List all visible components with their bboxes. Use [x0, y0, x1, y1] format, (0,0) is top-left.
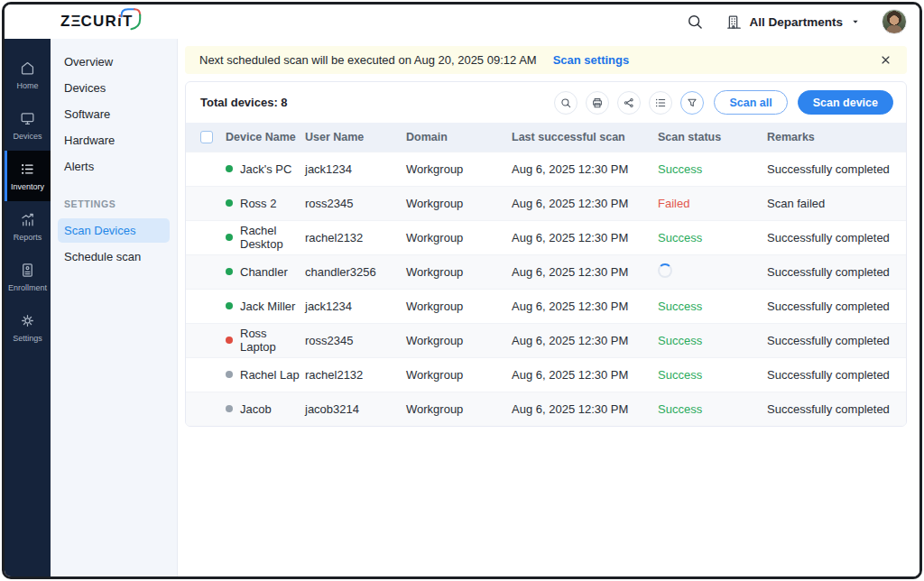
last-scan-cell: Aug 6, 2025 12:30 PM [512, 323, 658, 357]
user-name-cell: jack1234 [305, 289, 406, 323]
sidebar-item-label: Inventory [11, 182, 44, 191]
sidebar-item-label: Reports [14, 233, 42, 242]
scan-status-cell: Success [658, 152, 767, 186]
table-header-row: Device NameUser NameDomainLast successfu… [186, 123, 906, 152]
device-status-dot [226, 337, 233, 344]
user-name-cell: jacob3214 [305, 392, 406, 426]
device-name-cell: Jacob [226, 392, 305, 426]
sidebar-item-enrollment[interactable]: Enrollment [5, 252, 51, 302]
subnav-section-header: SETTINGS [51, 180, 177, 217]
sidebar-item-reports[interactable]: Reports [5, 201, 51, 252]
sidebar-item-settings[interactable]: Settings [5, 302, 51, 353]
select-all-checkbox[interactable] [200, 131, 213, 143]
device-name-cell: Rachel Desktop [226, 220, 305, 254]
last-scan-cell: Aug 6, 2025 12:30 PM [512, 220, 658, 254]
device-name-cell: Ross Laptop [226, 323, 305, 357]
scan-all-button[interactable]: Scan all [714, 90, 787, 115]
logo-text: Z [60, 13, 71, 31]
department-selector[interactable]: All Departments [725, 14, 862, 31]
search-icon[interactable] [686, 13, 704, 31]
list-view-icon[interactable] [649, 91, 672, 115]
scan-status-cell: Failed [658, 186, 767, 220]
scan-status-cell: Success [658, 392, 767, 426]
table-row[interactable]: Jack's PCjack1234WorkgroupAug 6, 2025 12… [186, 152, 906, 186]
caret-down-icon [849, 15, 862, 28]
device-name-cell: Ross 2 [226, 186, 305, 220]
subnav-item-software[interactable]: Software [58, 102, 170, 126]
user-avatar[interactable] [882, 9, 907, 34]
primary-sidebar: HomeDevicesInventoryReportsEnrollmentSet… [5, 39, 51, 576]
scheduled-scan-banner: Next scheduled scan will be executed on … [185, 46, 907, 74]
subnav-item-alerts[interactable]: Alerts [58, 154, 170, 179]
row-select-cell [186, 392, 226, 426]
scan-status-text: Success [658, 300, 702, 313]
domain-cell: Workgroup [406, 254, 512, 289]
table-row[interactable]: Ross 2ross2345WorkgroupAug 6, 2025 12:30… [186, 186, 906, 220]
sidebar-item-home[interactable]: Home [5, 50, 51, 100]
secondary-sidebar: OverviewDevicesSoftwareHardwareAlertsSET… [51, 39, 178, 576]
subnav-item-hardware[interactable]: Hardware [58, 128, 170, 152]
table-row[interactable]: Jack Millerjack1234WorkgroupAug 6, 2025 … [186, 289, 906, 323]
table-row[interactable]: Jacobjacob3214WorkgroupAug 6, 2025 12:30… [186, 392, 906, 426]
last-scan-cell: Aug 6, 2025 12:30 PM [512, 289, 658, 323]
sidebar-item-label: Enrollment [8, 283, 47, 292]
remarks-cell: Successfully completed [767, 220, 906, 254]
scan-status-text: Success [658, 231, 702, 244]
scan-status-cell: Success [658, 289, 767, 323]
app-logo: ZΞCURıT [60, 13, 134, 31]
remarks-cell: Successfully completed [767, 289, 906, 323]
toolbar-actions: Scan all Scan device [546, 90, 893, 115]
column-header: Remarks [767, 123, 906, 152]
topbar: ZΞCURıT All Departments [5, 5, 919, 39]
scan-settings-link[interactable]: Scan settings [553, 53, 630, 67]
enrollment-icon [19, 262, 36, 279]
scan-status-cell [658, 254, 767, 289]
logo-text: CUR [81, 13, 117, 31]
remarks-cell: Successfully completed [767, 323, 906, 357]
devices-table: Device NameUser NameDomainLast successfu… [186, 123, 906, 426]
subnav-item-schedule-scan[interactable]: Schedule scan [58, 244, 170, 269]
scan-device-button[interactable]: Scan device [798, 90, 893, 115]
sidebar-item-label: Home [16, 81, 38, 90]
scan-status-text: Success [658, 162, 702, 176]
domain-cell: Workgroup [406, 323, 512, 357]
sidebar-item-inventory[interactable]: Inventory [5, 151, 51, 201]
column-header: Last successful scan [512, 123, 658, 152]
table-row[interactable]: Chandlerchandler3256WorkgroupAug 6, 2025… [186, 254, 906, 289]
card-toolbar: Total devices: 8 Scan all Scan device [186, 82, 906, 123]
filter-icon[interactable] [680, 91, 704, 115]
device-status-dot [226, 268, 233, 275]
user-name-cell: rachel2132 [305, 220, 406, 254]
reports-icon [19, 211, 36, 228]
search-icon[interactable] [554, 91, 578, 115]
loading-spinner [658, 263, 672, 278]
row-select-cell [186, 152, 226, 186]
sidebar-item-devices[interactable]: Devices [5, 100, 51, 151]
domain-cell: Workgroup [406, 152, 512, 186]
sidebar-item-label: Settings [13, 334, 42, 343]
table-row[interactable]: Rachel Laprachel2132WorkgroupAug 6, 2025… [186, 357, 906, 392]
close-icon[interactable] [879, 53, 892, 67]
device-status-dot [226, 302, 233, 309]
table-row[interactable]: Rachel Desktoprachel2132WorkgroupAug 6, … [186, 220, 906, 254]
subnav-item-devices[interactable]: Devices [58, 76, 170, 100]
user-name-cell: ross2345 [305, 186, 406, 220]
device-status-dot [226, 371, 233, 378]
scan-status-cell: Success [658, 323, 767, 357]
user-name-cell: jack1234 [305, 152, 406, 186]
row-select-cell [186, 323, 226, 357]
scan-status-text: Success [658, 368, 702, 382]
device-status-dot [226, 199, 233, 207]
printer-icon[interactable] [586, 91, 609, 115]
row-select-cell [186, 220, 226, 254]
remarks-cell: Successfully completed [767, 392, 906, 426]
subnav-item-overview[interactable]: Overview [58, 50, 170, 74]
share-icon[interactable] [617, 91, 641, 115]
total-devices-label: Total devices: 8 [200, 96, 288, 109]
subnav-item-scan-devices[interactable]: Scan Devices [58, 218, 170, 243]
last-scan-cell: Aug 6, 2025 12:30 PM [512, 186, 658, 220]
table-row[interactable]: Ross Laptopross2345WorkgroupAug 6, 2025 … [186, 323, 906, 357]
scan-status-cell: Success [658, 357, 767, 392]
domain-cell: Workgroup [406, 220, 512, 254]
device-name-cell: Chandler [226, 254, 305, 289]
